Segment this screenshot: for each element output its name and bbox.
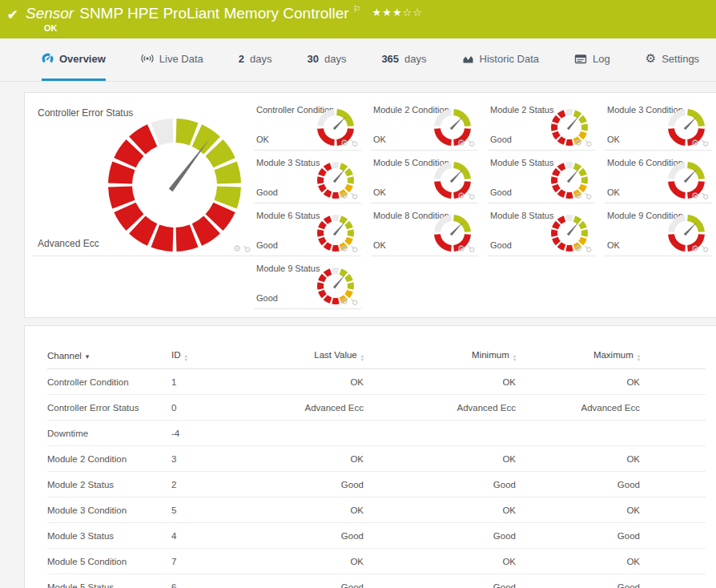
gauge-cell-controller-error-status[interactable]: Controller Error Status Advanced Ecc ⚙ ⚲	[31, 98, 254, 256]
gear-icon[interactable]: ⚙	[340, 139, 348, 147]
tab-bar: Overview Live Data2days30days365days His…	[0, 38, 716, 82]
gauge-cell-module-2-status[interactable]: Module 2 StatusGood⚙⚲	[488, 98, 595, 151]
tab-label: days	[324, 53, 346, 65]
sensor-type-label: Sensor	[26, 5, 74, 22]
gear-icon[interactable]: ⚙	[340, 191, 348, 200]
gauge-cell-module-9-condition[interactable]: Module 9 ConditionOK⚙⚲	[605, 203, 712, 256]
tab-number: 30	[307, 53, 318, 65]
maximum-value: OK	[516, 549, 640, 574]
gauge-cell-module-6-status[interactable]: Module 6 StatusGood⚙⚲	[254, 203, 361, 256]
gauge-cell-icons: ⚙⚲	[457, 139, 474, 147]
pin-icon[interactable]: ⚲	[582, 191, 593, 201]
gauge-value: OK	[607, 187, 620, 197]
maximum-value: OK	[516, 497, 640, 523]
column-header-maximum[interactable]: Maximum▴▾	[516, 344, 640, 369]
gear-icon[interactable]: ⚙	[691, 191, 699, 200]
channel-name: Module 2 Status	[47, 472, 171, 497]
gauge-value: OK	[256, 135, 269, 144]
table-row: Module 3 Status4GoodGoodGood⚙⚙	[47, 523, 706, 549]
tab-label: days	[250, 53, 272, 65]
pin-icon[interactable]: ⚲	[699, 244, 710, 254]
last-value: OK	[239, 497, 364, 523]
gear-icon[interactable]: ⚙	[457, 139, 465, 147]
gauge-cell-controller-condition[interactable]: Controller ConditionOK⚙⚲	[254, 98, 361, 151]
gear-icon[interactable]: ⚙	[457, 191, 465, 200]
gauge-cell-module-8-status[interactable]: Module 8 StatusGood⚙⚲	[488, 203, 595, 256]
star-filled-icon[interactable]: ★	[382, 6, 392, 18]
column-header-minimum[interactable]: Minimum▴▾	[364, 344, 516, 369]
pin-icon[interactable]: ⚲	[348, 138, 359, 148]
column-label: Maximum	[593, 350, 634, 360]
gauge-cell-module-5-status[interactable]: Module 5 StatusGood⚙⚲	[488, 151, 595, 203]
gear-icon[interactable]: ⚙	[691, 244, 699, 253]
gauge-value: OK	[607, 135, 620, 144]
gauge-cell-module-3-status[interactable]: Module 3 StatusGood⚙⚲	[254, 151, 361, 203]
maximum-value: Good	[516, 574, 640, 588]
channel-actions-cell: ⚙⚙	[640, 446, 706, 472]
small-gauges-grid: Controller ConditionOK⚙⚲Module 2 Conditi…	[254, 98, 716, 309]
tab-log[interactable]: Log	[574, 38, 610, 81]
gear-icon[interactable]: ⚙	[340, 244, 348, 253]
column-header-actions	[640, 344, 706, 369]
channel-actions-cell: ⚙⚙	[640, 395, 706, 421]
column-header-last-value[interactable]: Last Value▴▾	[239, 344, 364, 369]
gauge-cell-module-5-condition[interactable]: Module 5 ConditionOK⚙⚲	[371, 151, 478, 203]
star-empty-icon[interactable]: ☆	[403, 6, 413, 18]
gauge-value: Good	[256, 187, 278, 197]
flag-icon[interactable]: ⚐	[353, 4, 361, 14]
pin-icon[interactable]: ⚲	[348, 244, 359, 254]
pin-icon[interactable]: ⚲	[699, 138, 710, 148]
gauge-cell-module-9-status[interactable]: Module 9 StatusGood⚙⚲	[254, 256, 361, 309]
star-filled-icon[interactable]: ★	[392, 6, 403, 18]
pin-icon[interactable]: ⚲	[582, 244, 593, 254]
last-value: OK	[239, 549, 364, 574]
gauge-cell-module-8-condition[interactable]: Module 8 ConditionOK⚙⚲	[371, 203, 478, 256]
tab-label: Log	[593, 53, 610, 65]
tab-number: 365	[381, 53, 399, 65]
gear-icon[interactable]: ⚙	[574, 191, 582, 200]
tab-overview[interactable]: Overview	[42, 38, 106, 81]
minimum-value: Good	[364, 574, 516, 588]
star-empty-icon[interactable]: ☆	[412, 6, 423, 18]
pin-icon[interactable]: ⚲	[348, 296, 359, 307]
last-value: Advanced Ecc	[239, 395, 364, 421]
last-value: Good	[239, 523, 364, 549]
maximum-value: Good	[516, 472, 640, 497]
gauge-cell-module-3-condition[interactable]: Module 3 ConditionOK⚙⚲	[605, 98, 712, 151]
gauge-value: OK	[373, 240, 386, 250]
pin-icon[interactable]: ⚲	[348, 191, 359, 201]
column-header-id[interactable]: ID▴▾	[171, 344, 239, 369]
gauge-value: Advanced Ecc	[38, 238, 99, 249]
pin-icon[interactable]: ⚲	[465, 138, 476, 148]
priority-stars[interactable]: ★★★☆☆	[372, 6, 423, 18]
tab-settings[interactable]: ⚙Settings	[646, 38, 699, 81]
table-row: Module 5 Condition7OKOKOK⚙⚙	[47, 549, 706, 574]
channels-panel: Channel▾ID▴▾Last Value▴▾Minimum▴▾Maximum…	[24, 325, 716, 588]
tab-30-days[interactable]: 30days	[307, 38, 346, 81]
pin-icon[interactable]: ⚲	[582, 138, 593, 148]
tab-number: 2	[239, 53, 244, 65]
gear-icon[interactable]: ⚙	[340, 297, 348, 306]
column-header-channel[interactable]: Channel▾	[47, 344, 171, 369]
gear-icon[interactable]: ⚙	[233, 244, 241, 253]
pin-icon[interactable]: ⚲	[699, 191, 710, 201]
tab-label: Overview	[59, 53, 106, 65]
tab-2-days[interactable]: 2days	[239, 38, 272, 81]
table-row: Module 2 Condition3OKOKOK⚙⚙	[47, 446, 706, 472]
gauge-cell-module-2-condition[interactable]: Module 2 ConditionOK⚙⚲	[371, 98, 478, 151]
pin-icon[interactable]: ⚲	[241, 244, 251, 254]
gear-icon[interactable]: ⚙	[574, 244, 582, 253]
pin-icon[interactable]: ⚲	[465, 191, 476, 201]
gear-icon[interactable]: ⚙	[574, 139, 582, 147]
gauge-value: Good	[256, 293, 278, 303]
gauge-cell-module-6-condition[interactable]: Module 6 ConditionOK⚙⚲	[605, 151, 712, 203]
tab-365-days[interactable]: 365days	[381, 38, 426, 81]
gear-icon[interactable]: ⚙	[457, 244, 465, 253]
sort-desc-icon: ▾	[86, 352, 90, 360]
tab-live-data[interactable]: Live Data	[141, 38, 203, 81]
pin-icon[interactable]: ⚲	[465, 244, 476, 254]
star-filled-icon[interactable]: ★	[372, 6, 383, 18]
tab-historic-data[interactable]: Historic Data	[462, 38, 539, 81]
sort-toggle-icon: ▴▾	[638, 354, 640, 361]
gear-icon[interactable]: ⚙	[691, 139, 699, 147]
